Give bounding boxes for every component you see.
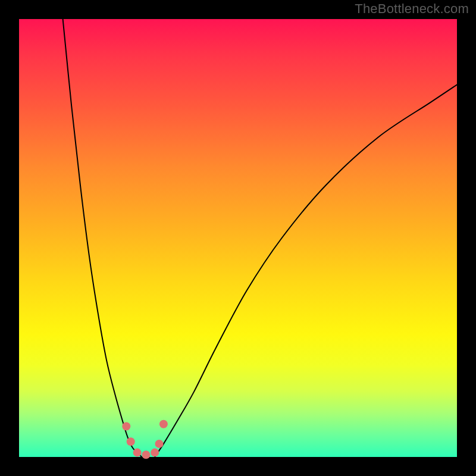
marker-dot [155, 440, 164, 448]
plot-area [19, 19, 457, 457]
chart-frame: TheBottleneck.com [0, 0, 476, 476]
marker-dot [133, 449, 142, 457]
marker-dot [151, 449, 159, 457]
bottom-markers [122, 420, 168, 459]
watermark-text: TheBottleneck.com [355, 1, 469, 17]
marker-dot [142, 450, 150, 459]
marker-dot [127, 437, 135, 446]
marker-dot [122, 422, 130, 431]
marker-dot [159, 420, 168, 428]
curves-svg [19, 19, 457, 457]
curve-right [155, 84, 457, 457]
curve-left [63, 19, 142, 457]
